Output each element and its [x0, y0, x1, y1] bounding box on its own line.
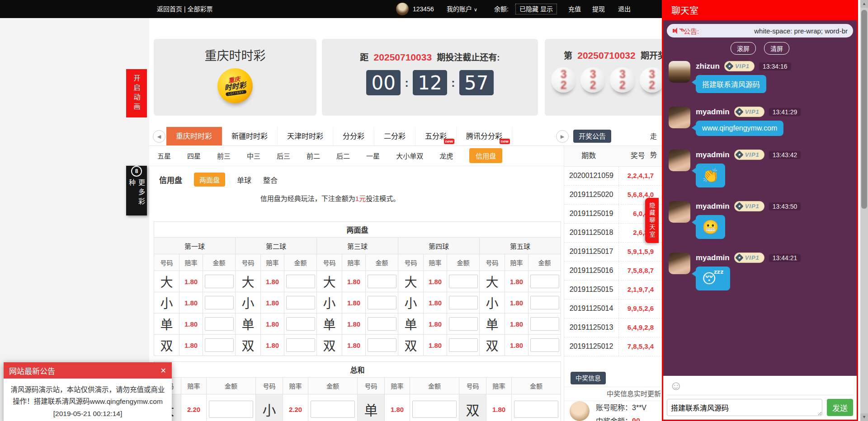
bet-amount-input[interactable]: [209, 401, 253, 418]
mode-two-side[interactable]: 两面盘: [194, 173, 225, 187]
page-scrollbar[interactable]: ▲ ▼: [860, 0, 868, 421]
bet-amount-input[interactable]: [311, 401, 355, 418]
balance-show-button[interactable]: 显示: [540, 5, 553, 13]
popup-timestamp: [2019-05-21 00:12:14]: [53, 410, 123, 417]
bet-option-大[interactable]: 大: [154, 271, 179, 292]
bet-option-单[interactable]: 单: [236, 313, 261, 335]
recharge-link[interactable]: 充值: [568, 0, 581, 18]
bet-option-大[interactable]: 大: [398, 271, 424, 292]
bet-amount-input[interactable]: [205, 296, 234, 309]
bet-odds: 1.80: [261, 335, 284, 356]
subnav-后三[interactable]: 后三: [277, 151, 290, 160]
send-button[interactable]: 发送: [827, 399, 853, 416]
tab-二分彩[interactable]: 二分彩: [374, 127, 415, 145]
bet-amount-input[interactable]: [368, 338, 396, 352]
bet-amount-input[interactable]: [286, 317, 315, 331]
bet-amount-input[interactable]: [368, 275, 396, 288]
bet-amount-input[interactable]: [412, 401, 457, 418]
bet-amount-input[interactable]: [530, 317, 559, 331]
bet-option-单[interactable]: 单: [480, 313, 505, 335]
subnav-龙虎[interactable]: 龙虎: [439, 151, 453, 160]
scrollbar-thumb[interactable]: [861, 10, 867, 209]
bet-amount-input[interactable]: [449, 296, 478, 309]
subnav-大小单双[interactable]: 大小单双: [396, 151, 423, 160]
subnav-信用盘[interactable]: 信用盘: [469, 148, 502, 163]
subnav-前二[interactable]: 前二: [307, 151, 320, 160]
bet-amount-input[interactable]: [449, 338, 478, 352]
enable-animation-button[interactable]: 开启动画: [126, 69, 147, 117]
result-row: 201911250167,5,8,8,7: [564, 262, 662, 281]
bet-option-双[interactable]: 双: [459, 394, 486, 421]
bet-option-双[interactable]: 双: [317, 335, 342, 356]
tab-五分彩[interactable]: 五分彩new: [415, 127, 457, 145]
subnav-后二[interactable]: 后二: [336, 151, 350, 160]
chat-scroll-button[interactable]: 滚屏: [731, 42, 756, 55]
subnav-四星[interactable]: 四星: [187, 151, 201, 160]
subnav-五星[interactable]: 五星: [157, 151, 171, 160]
bet-option-单[interactable]: 单: [358, 394, 385, 421]
bet-option-小[interactable]: 小: [236, 292, 261, 313]
more-lotteries-button[interactable]: 8 更多彩种: [126, 166, 147, 215]
logout-link[interactable]: 退出: [618, 0, 631, 18]
bet-option-大[interactable]: 大: [236, 271, 261, 292]
bet-option-单[interactable]: 单: [317, 313, 342, 335]
tabs-scroll-right-icon[interactable]: ▶: [556, 130, 569, 143]
bet-option-双[interactable]: 双: [398, 335, 424, 356]
bet-option-小[interactable]: 小: [480, 292, 505, 313]
tab-重庆时时彩[interactable]: 重庆时时彩: [166, 127, 222, 145]
bet-option-小[interactable]: 小: [154, 292, 179, 313]
bet-amount-input[interactable]: [286, 275, 315, 288]
chat-message-input[interactable]: 搭建联系清风源码: [667, 399, 822, 416]
winning-info-button[interactable]: 中奖信息: [571, 372, 606, 384]
bet-amount-input[interactable]: [530, 296, 559, 309]
bet-odds: 1.80: [424, 313, 447, 335]
bet-amount-input[interactable]: [205, 317, 234, 331]
home-nav-link[interactable]: 返回首页 | 全部彩票: [157, 0, 212, 18]
vip-badge: ★VIP1: [724, 61, 755, 71]
bet-option-单[interactable]: 单: [398, 313, 424, 335]
mode-combined[interactable]: 整合: [263, 174, 278, 185]
close-icon[interactable]: ✕: [160, 366, 166, 375]
tabs-scroll-left-icon[interactable]: ◀: [153, 130, 165, 143]
bet-option-双[interactable]: 双: [236, 335, 261, 356]
chat-clear-button[interactable]: 清屏: [764, 42, 789, 55]
bet-amount-input[interactable]: [530, 275, 559, 288]
bet-amount-input[interactable]: [449, 275, 478, 288]
bet-option-双[interactable]: 双: [154, 335, 179, 356]
bet-option-小[interactable]: 小: [256, 394, 283, 421]
tab-天津时时彩[interactable]: 天津时时彩: [278, 127, 333, 145]
bet-amount-input[interactable]: [449, 317, 478, 331]
bet-option-小[interactable]: 小: [317, 292, 342, 313]
bet-amount-input[interactable]: [286, 296, 315, 309]
subnav-中三[interactable]: 中三: [247, 151, 260, 160]
tab-腾讯分分彩[interactable]: 腾讯分分彩new: [457, 127, 512, 145]
bet-amount-input[interactable]: [205, 338, 234, 352]
withdraw-link[interactable]: 提现: [592, 0, 605, 18]
bet-option-单[interactable]: 单: [154, 313, 179, 335]
trend-link[interactable]: 走势: [650, 127, 662, 164]
bet-amount-input[interactable]: [514, 401, 558, 418]
balance-toggle[interactable]: 已隐藏 显示: [515, 4, 557, 14]
bet-amount-input[interactable]: [205, 275, 234, 288]
tab-分分彩[interactable]: 分分彩: [333, 127, 374, 145]
bet-option-双[interactable]: 双: [480, 335, 505, 356]
result-issue: 20191125012: [564, 337, 618, 356]
scrollbar-down-icon[interactable]: ▼: [860, 413, 868, 421]
bet-amount-input[interactable]: [368, 296, 396, 309]
subnav-前三[interactable]: 前三: [217, 151, 231, 160]
result-row: 201911250152,1,9,7,4: [564, 281, 662, 299]
draw-announcement-button[interactable]: 开奖公告: [573, 130, 611, 143]
account-menu[interactable]: 我的账户 ∨: [447, 0, 477, 19]
mode-single-ball[interactable]: 单球: [237, 174, 251, 185]
subnav-一星[interactable]: 一星: [366, 151, 380, 160]
scrollbar-up-icon[interactable]: ▲: [860, 0, 868, 8]
tab-新疆时时彩[interactable]: 新疆时时彩: [222, 127, 278, 145]
bet-amount-input[interactable]: [286, 338, 315, 352]
bet-amount-input[interactable]: [530, 338, 559, 352]
bet-option-小[interactable]: 小: [398, 292, 424, 313]
bet-option-大[interactable]: 大: [480, 271, 505, 292]
emoji-picker-icon[interactable]: ☺: [670, 379, 683, 393]
bet-amount-input[interactable]: [368, 317, 396, 331]
hide-chat-button[interactable]: 隐藏聊天室: [645, 198, 659, 243]
bet-option-大[interactable]: 大: [317, 271, 342, 292]
